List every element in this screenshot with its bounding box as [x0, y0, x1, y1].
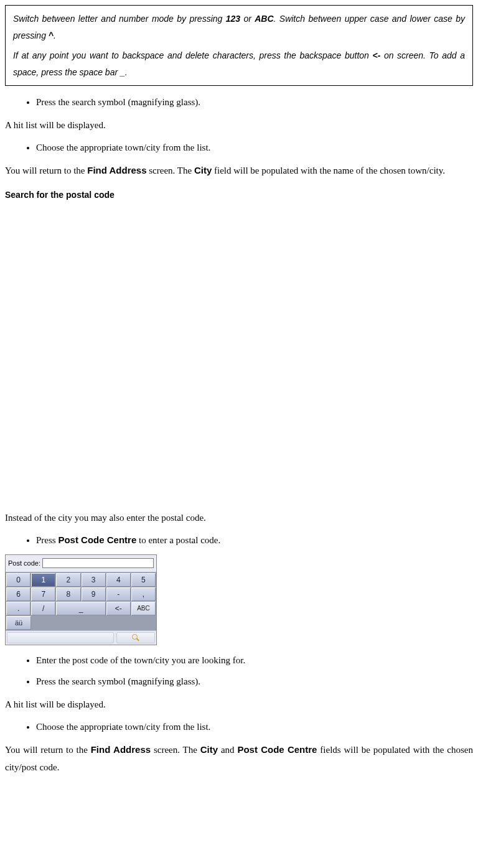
text: If at any point you want to backspace an… [13, 50, 372, 60]
text: field will be populated with the name of… [212, 166, 445, 175]
info-box-para-1: Switch between letter and number mode by… [13, 11, 465, 44]
screen-name: Find Address [87, 165, 146, 175]
bullet-list: Enter the post code of the town/city you… [5, 651, 473, 691]
key-abc-mode[interactable]: ABC [131, 602, 156, 615]
keypad-spacer [7, 632, 114, 643]
postcode-keypad: Post code: 0 1 2 3 4 5 6 7 8 9 - , . / _… [5, 554, 157, 645]
bullet-list: Press the search symbol (magnifying glas… [5, 93, 473, 111]
bullet-list: Press Post Code Centre to enter a postal… [5, 531, 473, 549]
field-name: Post Code Centre [237, 744, 317, 755]
list-item: Enter the post code of the town/city you… [36, 651, 473, 670]
key-1[interactable]: 1 [31, 573, 55, 587]
key-caret: ^ [49, 30, 54, 40]
postcode-input[interactable] [42, 558, 154, 568]
key-slash[interactable]: / [31, 602, 55, 615]
key-4[interactable]: 4 [106, 573, 131, 587]
postcode-label: Post code: [8, 557, 40, 570]
text: Switch between letter and number mode by… [13, 14, 226, 24]
list-item: Choose the appropriate town/city from th… [36, 718, 473, 736]
text: You will return to the [5, 745, 91, 755]
key-123: 123 [226, 14, 240, 24]
key-8[interactable]: 8 [56, 587, 80, 601]
text: to enter a postal code. [136, 535, 220, 545]
key-umlaut[interactable]: äü [6, 616, 31, 630]
field-name: City [200, 744, 218, 755]
text: Press [36, 535, 58, 545]
field-name: City [194, 165, 212, 175]
button-name: Post Code Centre [58, 534, 136, 545]
key-space[interactable]: _ [56, 602, 105, 615]
paragraph: A hit list will be displayed. [5, 116, 473, 134]
paragraph: Instead of the city you may also enter t… [5, 509, 473, 527]
section-heading: Search for the postal code [5, 187, 473, 203]
key-2[interactable]: 2 [56, 573, 80, 587]
search-icon [132, 634, 139, 642]
key-abc: ABC [255, 14, 273, 24]
keypad-bottom-bar [6, 630, 156, 645]
text: and [218, 745, 237, 755]
keypad-row-extra: äü [6, 616, 156, 630]
keypad-header: Post code: [6, 555, 156, 572]
key-0[interactable]: 0 [6, 573, 30, 587]
text: screen. The [147, 166, 194, 175]
key-dash[interactable]: - [106, 587, 131, 601]
text: . [54, 30, 56, 40]
list-item: Press the search symbol (magnifying glas… [36, 93, 473, 111]
key-3[interactable]: 3 [82, 573, 106, 587]
key-backspace: <- [372, 50, 380, 60]
key-backspace[interactable]: <- [106, 602, 131, 615]
screen-name: Find Address [91, 744, 151, 755]
key-comma[interactable]: , [131, 587, 156, 601]
paragraph: You will return to the Find Address scre… [5, 162, 473, 180]
text: . [125, 67, 128, 77]
text: screen. The [151, 745, 200, 755]
key-space: _ [120, 67, 125, 77]
bullet-list: Choose the appropriate town/city from th… [5, 139, 473, 157]
image-placeholder [5, 208, 473, 504]
key-6[interactable]: 6 [6, 587, 30, 601]
list-item: Press Post Code Centre to enter a postal… [36, 531, 473, 549]
info-box: Switch between letter and number mode by… [5, 5, 473, 86]
info-box-para-2: If at any point you want to backspace an… [13, 47, 465, 80]
search-button[interactable] [116, 632, 155, 643]
key-9[interactable]: 9 [82, 587, 106, 601]
list-item: Choose the appropriate town/city from th… [36, 139, 473, 157]
key-period[interactable]: . [6, 602, 30, 615]
keypad-row-1: 0 1 2 3 4 5 6 7 8 9 - , . / _ <- ABC [6, 572, 156, 616]
key-7[interactable]: 7 [31, 587, 55, 601]
text: You will return to the [5, 166, 87, 175]
text: or [240, 14, 255, 24]
key-5[interactable]: 5 [131, 573, 156, 587]
paragraph: You will return to the Find Address scre… [5, 741, 473, 777]
bullet-list: Choose the appropriate town/city from th… [5, 718, 473, 736]
list-item: Press the search symbol (magnifying glas… [36, 673, 473, 691]
paragraph: A hit list will be displayed. [5, 696, 473, 714]
